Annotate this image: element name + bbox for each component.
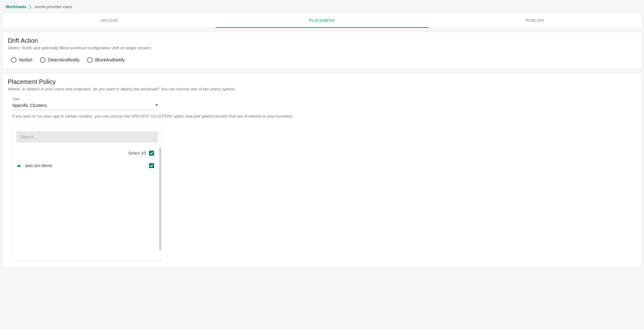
select-all-label: Select All xyxy=(128,151,146,156)
drift-desc: Detect, Notify and optionally Block work… xyxy=(8,46,636,50)
list-item[interactable]: aws-sm-demo xyxy=(16,161,158,171)
breadcrumb-current: secret-provider-class xyxy=(34,4,72,9)
cluster-list: Select All aws-sm-demo xyxy=(16,146,158,252)
drift-title: Drift Action xyxy=(8,37,636,44)
radio-block-and-notify[interactable]: BlockAndNotify xyxy=(87,57,125,63)
radio-icon xyxy=(87,57,93,63)
select-all-row: Select All xyxy=(16,146,158,161)
radio-icon xyxy=(40,57,46,63)
breadcrumb: Workloads ❯ secret-provider-class xyxy=(2,2,642,13)
drift-action-panel: Drift Action Detect, Notify and optional… xyxy=(2,32,642,69)
scrollbar[interactable] xyxy=(159,148,161,250)
breadcrumb-root-link[interactable]: Workloads xyxy=(6,4,26,9)
tab-placement[interactable]: PLACEMENT xyxy=(215,13,428,28)
chevron-right-icon: ❯ xyxy=(29,5,32,9)
radio-notset[interactable]: NotSet xyxy=(11,57,32,63)
placement-policy-panel: Placement Policy Where, in relation to y… xyxy=(2,73,642,267)
check-icon xyxy=(150,164,153,167)
placement-desc: Where, in relation to your users and end… xyxy=(8,87,636,91)
placement-title: Placement Policy xyxy=(8,78,636,85)
type-select[interactable]: Specific Clusters xyxy=(12,101,159,110)
item-checkbox[interactable] xyxy=(149,163,154,168)
radio-icon xyxy=(11,57,17,63)
search-input[interactable] xyxy=(16,131,158,143)
tab-upload[interactable]: UPLOAD xyxy=(3,13,215,28)
placement-help: If you wish to run your app in certain c… xyxy=(12,114,636,119)
cluster-picker: Select All aws-sm-demo xyxy=(12,127,162,261)
radio-label: NotSet xyxy=(19,57,32,62)
tabs: UPLOAD PLACEMENT PUBLISH xyxy=(2,13,642,28)
chevron-down-icon xyxy=(155,104,158,106)
select-all-checkbox[interactable] xyxy=(149,151,154,156)
radio-label: BlockAndNotify xyxy=(95,57,125,62)
type-value: Specific Clusters xyxy=(12,103,47,108)
radio-label: DetectAndNotify xyxy=(48,57,80,62)
collapse-icon[interactable] xyxy=(17,164,21,167)
tab-publish[interactable]: PUBLISH xyxy=(429,13,641,28)
radio-detect-and-notify[interactable]: DetectAndNotify xyxy=(40,57,80,63)
type-label: Type xyxy=(12,97,636,101)
check-icon xyxy=(150,151,153,155)
item-label: aws-sm-demo xyxy=(25,163,146,168)
